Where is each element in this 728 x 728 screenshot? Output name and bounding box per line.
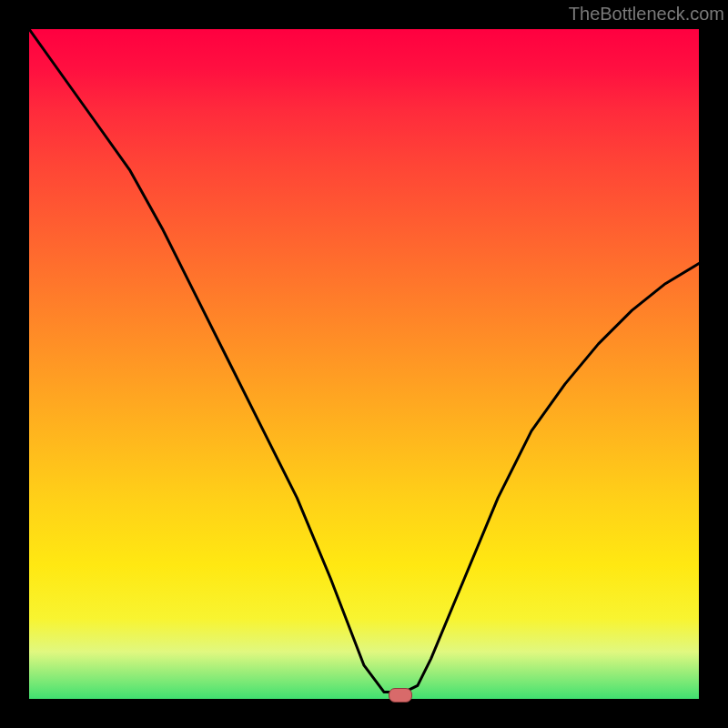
curve-layer: [29, 29, 699, 699]
chart-stage: TheBottleneck.com: [0, 0, 728, 728]
plot-area: [29, 29, 699, 699]
optimal-marker: [389, 688, 412, 703]
attribution-label: TheBottleneck.com: [569, 4, 724, 25]
bottleneck-curve: [29, 29, 699, 693]
